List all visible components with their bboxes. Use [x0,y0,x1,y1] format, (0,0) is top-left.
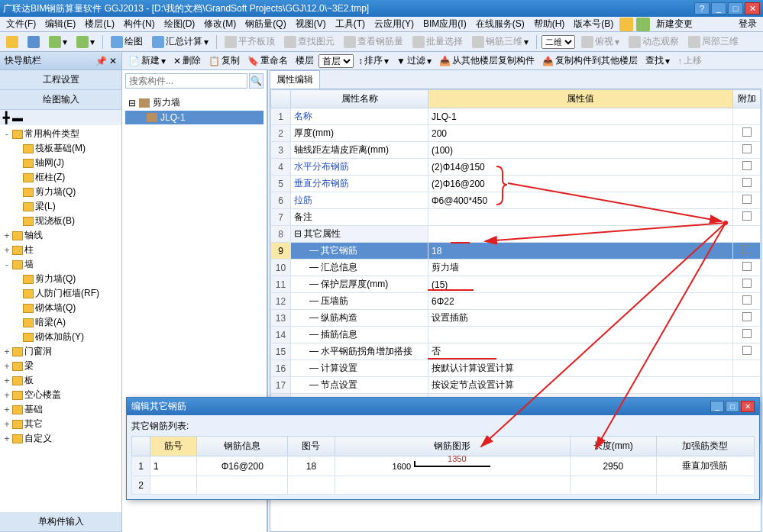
prop-row[interactable]: 13— 纵筋构造设置插筋 [271,310,761,327]
tree-node[interactable]: +板 [2,373,120,388]
prop-header[interactable]: 属性名称 [291,90,428,108]
center-tree-node[interactable]: JLQ-1 [125,111,263,124]
prop-row[interactable]: 3轴线距左墙皮距离(mm)(100) [271,142,761,159]
close-button[interactable]: ✕ [745,2,760,15]
tree-node[interactable]: +自定义 [2,431,120,446]
menu-item[interactable]: 视图(V) [291,16,331,32]
dialog-header[interactable]: 钢筋信息 [197,437,288,456]
tb-search[interactable]: 查找▾ [642,53,673,68]
prop-row[interactable]: 17— 节点设置按设定节点设置计算 [271,377,761,394]
dialog-header[interactable]: 长度(mm) [570,437,656,456]
acc-project[interactable]: 工程设置 [0,70,121,90]
prop-row[interactable]: 7备注 [271,209,761,226]
dialog-header[interactable] [132,437,150,456]
tb-local3d[interactable]: 局部三维 [685,34,742,50]
tree-node[interactable]: 筏板基础(M) [2,141,120,156]
tb-3d[interactable]: 钢筋三维▾ [469,34,532,50]
prop-row[interactable]: 4水平分布钢筋(2)Φ14@150 [271,159,761,176]
menu-item[interactable]: 在线服务(S) [471,16,529,32]
menu-item[interactable]: BIM应用(I) [419,16,471,32]
menu-item[interactable]: 云应用(Y) [370,16,419,32]
dialog-row[interactable]: 2 [132,476,755,495]
center-tree-node[interactable]: ⊟剪力墙 [125,95,263,111]
tb-view-rebar[interactable]: 查看钢筋量 [341,34,406,50]
help-button[interactable]: ? [694,2,710,15]
tb-sum[interactable]: 汇总计算▾ [149,34,212,50]
prop-header[interactable]: 属性值 [428,90,733,108]
tb-find[interactable]: 查找图元 [281,34,338,50]
doc-icon[interactable] [636,18,650,31]
prop-row[interactable]: 5垂直分布钢筋(2)Φ16@200 [271,176,761,192]
menu-login[interactable]: 登录 [734,16,761,32]
tb-orbit[interactable]: 动态观察 [626,34,682,50]
acc-draw[interactable]: 绘图输入 [0,90,121,110]
menu-item[interactable]: 构件(N) [119,16,160,32]
menu-new-change[interactable]: 新建变更 [651,16,697,32]
tree-node[interactable]: +空心楼盖 [2,388,120,402]
tb-new[interactable]: 📄新建▾ [125,53,169,68]
minimize-button[interactable]: _ [711,2,726,15]
tree-node[interactable]: 框柱(Z) [2,170,120,185]
menu-item[interactable]: 文件(F) [2,16,40,32]
tree-node[interactable]: 砌体加筋(Y) [2,330,120,344]
prop-row[interactable]: 16— 计算设置按默认计算设置计算 [271,360,761,377]
dialog-max-button[interactable]: □ [726,401,739,412]
menu-item[interactable]: 帮助(H) [529,16,570,32]
user-icon[interactable] [619,18,633,31]
tree-node[interactable]: 现浇板(B) [2,214,120,228]
tb-rename[interactable]: 🔖重命名 [244,53,291,68]
dialog-header[interactable]: 筋号 [150,437,197,456]
prop-row[interactable]: 14— 插筋信息 [271,327,761,343]
prop-row[interactable]: 9— 其它钢筋18 [271,243,761,260]
tb-redo[interactable]: ▾ [73,34,98,50]
tb-copy[interactable]: 📋复制 [205,53,243,68]
tb-align[interactable]: 平齐板顶 [221,34,278,50]
pin-icon[interactable]: 📌 ✕ [95,56,117,66]
menu-item[interactable]: 版本号(B) [569,16,618,32]
tree-node[interactable]: 暗梁(A) [2,315,120,330]
dialog-close-button[interactable]: ✕ [741,401,755,412]
prop-row[interactable]: 6拉筋Φ6@400*450 [271,192,761,209]
tree-node[interactable]: -常用构件类型 [2,127,120,141]
prop-row[interactable]: 11— 保护层厚度(mm)(15) [271,276,761,293]
tree-node[interactable]: 梁(L) [2,199,120,214]
tree-node[interactable]: +柱 [2,243,120,257]
prop-tab[interactable]: 属性编辑 [270,70,320,89]
tb-sort[interactable]: ↕排序▾ [355,53,392,68]
tb-draw[interactable]: 绘图 [108,34,146,50]
prop-row[interactable]: 10— 汇总信息剪力墙 [271,260,761,276]
tree-node[interactable]: 砌体墙(Q) [2,301,120,315]
dialog-row[interactable]: 11Φ16@20018160013502950垂直加强筋 [132,456,755,476]
tb-topview[interactable]: 俯视▾ [578,34,622,50]
dialog-header[interactable]: 图号 [288,437,335,456]
menu-item[interactable]: 楼层(L) [80,16,119,32]
search-input[interactable] [125,73,247,89]
prop-row[interactable]: 12— 压墙筋6Φ22 [271,293,761,310]
view-mode-select[interactable]: 二维 [542,35,575,49]
prop-row[interactable]: 8⊟ 其它属性 [271,226,761,243]
tb-save[interactable] [24,34,43,50]
tree-node[interactable]: +梁 [2,359,120,373]
prop-header[interactable]: 附加 [733,90,761,108]
tb-undo[interactable]: ▾ [46,34,70,50]
search-button[interactable]: 🔍 [249,73,263,89]
tree-node[interactable]: 剪力墙(Q) [2,185,120,199]
maximize-button[interactable]: □ [728,2,743,15]
prop-row[interactable]: 1名称JLQ-1 [271,108,761,125]
tb-batch[interactable]: 批量选择 [409,34,466,50]
tree-node[interactable]: 人防门框墙(RF) [2,286,120,301]
tb-filter[interactable]: ▼过滤▾ [393,53,435,68]
tb-copy-to[interactable]: 📤复制构件到其他楼层 [539,53,641,68]
dialog-min-button[interactable]: _ [710,401,724,412]
prop-header[interactable] [271,90,291,108]
tb-open[interactable] [3,34,21,50]
menu-item[interactable]: 钢筋量(Q) [241,16,290,32]
acc-single[interactable]: 单构件输入 [0,512,121,532]
tb-delete[interactable]: ✕删除 [170,53,204,68]
tree-node[interactable]: -墙 [2,257,120,272]
symbol-row[interactable]: ╋ ▬ [0,110,121,125]
tree-node[interactable]: 轴网(J) [2,156,120,170]
prop-row[interactable]: 2厚度(mm)200 [271,125,761,142]
tb-up[interactable]: ↑上移 [674,53,705,68]
menu-item[interactable]: 绘图(D) [160,16,200,32]
